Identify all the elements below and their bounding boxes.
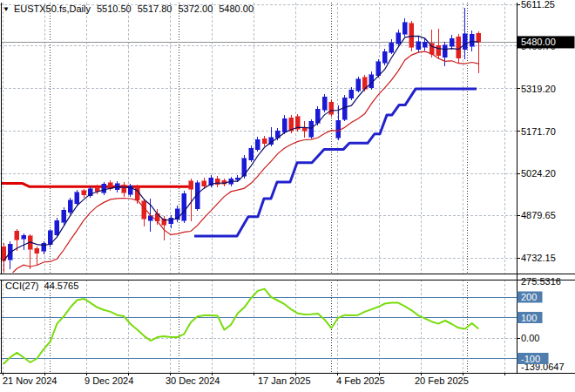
candlestick [182, 191, 186, 223]
time-axis[interactable]: 21 Nov 20249 Dec 202430 Dec 202417 Jan 2… [3, 373, 504, 386]
candlestick [262, 136, 267, 146]
candlestick [35, 247, 39, 266]
price-plot-pane[interactable] [0, 8, 517, 276]
candle-body [389, 43, 394, 52]
cci-axis-label: 275.5316 [521, 276, 561, 287]
candle-body [409, 24, 414, 47]
time-axis-label: 17 Jan 2025 [258, 375, 311, 386]
candle-body [402, 23, 407, 35]
candlestick [142, 199, 146, 226]
candle-body [102, 184, 106, 193]
candlestick [8, 241, 12, 269]
candlestick [329, 99, 334, 117]
candlestick [209, 175, 213, 187]
candlestick [122, 182, 126, 197]
candlestick [356, 77, 361, 93]
candle-body [382, 51, 387, 63]
quote-close: 5480.00 [219, 3, 254, 14]
band-low-line [3, 51, 478, 276]
candlestick [436, 29, 441, 59]
candle-body [322, 97, 327, 110]
cci-line [3, 289, 478, 364]
candlestick [396, 30, 401, 46]
candlestick [369, 71, 374, 90]
candle-body [477, 33, 481, 42]
candle-body [309, 121, 314, 137]
candle-body [423, 42, 427, 47]
candlestick [28, 234, 32, 269]
candle-body [349, 90, 354, 98]
price-axis-label: 5024.20 [521, 168, 556, 179]
candlestick [255, 137, 260, 152]
chart-dropdown-icon[interactable]: ▼ [3, 5, 10, 13]
candle-body [189, 181, 193, 189]
candle-body [282, 118, 287, 132]
cci-axis-label: 0.00 [521, 333, 539, 343]
candlestick [88, 186, 92, 198]
time-axis-label: 9 Dec 2024 [85, 375, 133, 386]
candle-body [62, 210, 66, 222]
candle-body [450, 38, 454, 46]
quote-high: 5517.80 [138, 3, 172, 14]
price-axis-label: 4879.65 [521, 210, 556, 220]
candlestick [402, 18, 407, 37]
candlestick [389, 39, 394, 54]
candle-body [22, 235, 26, 239]
time-axis-label: 21 Nov 2024 [3, 375, 57, 386]
candle-body [255, 139, 260, 149]
candle-body [55, 220, 59, 235]
candle-body [68, 200, 72, 213]
candlestick [108, 180, 112, 191]
candlestick [215, 176, 220, 187]
price-axis[interactable]: 5611.255466.705319.205171.705024.204879.… [517, 0, 575, 263]
candlestick [2, 243, 6, 273]
candlestick [322, 94, 327, 112]
candlestick [302, 121, 307, 138]
candle-body [376, 62, 381, 76]
price-axis-label: 5171.70 [521, 126, 556, 137]
price-axis-label: 5319.20 [521, 84, 556, 94]
time-axis-label: 4 Feb 2025 [336, 375, 385, 386]
candlestick [295, 114, 300, 132]
candlestick [249, 145, 254, 162]
price-axis-label: 4732.15 [521, 253, 556, 263]
candle-body [35, 248, 39, 253]
candle-body [75, 193, 79, 204]
candlestick [169, 215, 173, 228]
time-axis-label: 20 Feb 2025 [415, 375, 469, 386]
cci-axis[interactable]: 275.5316-139.06470.00200100-100 [517, 276, 565, 371]
candle-body [436, 45, 441, 55]
candle-body [15, 231, 19, 240]
quote-low: 5372.00 [178, 3, 213, 14]
candle-body [122, 185, 126, 193]
price-axis-label: 5611.25 [521, 0, 555, 10]
candle-body [396, 33, 401, 44]
indicator-value: 44.5765 [44, 280, 79, 291]
candlestick [450, 35, 454, 50]
cci-plot-pane[interactable] [1, 289, 517, 364]
candlestick [62, 207, 66, 225]
candle-body [329, 102, 334, 114]
candlestick [68, 198, 72, 214]
candle-body [135, 187, 139, 200]
time-axis-label: 30 Dec 2024 [166, 375, 220, 386]
chart-canvas[interactable]: 5611.255466.705319.205171.705024.204879.… [0, 0, 575, 392]
candle-body [470, 34, 474, 46]
candle-body [182, 193, 186, 220]
candle-body [262, 139, 267, 144]
support-line [194, 89, 477, 236]
candle-body [202, 181, 206, 186]
candlestick [416, 37, 421, 52]
candlestick [22, 233, 26, 250]
cci-level-badge-text: 200 [521, 292, 537, 302]
chart-window: 5611.255466.705319.205171.705024.204879.… [0, 0, 575, 392]
candlestick [102, 182, 106, 195]
candlestick [443, 42, 447, 66]
candlestick [42, 241, 46, 254]
chart-title: ▼EUSTX50.fs,Daily5510.505517.805372.0054… [3, 3, 254, 14]
resistance-line [0, 184, 190, 187]
candle-body [249, 148, 254, 159]
quote-open: 5510.50 [97, 3, 132, 14]
candle-body [416, 42, 421, 50]
candle-body [336, 120, 341, 138]
